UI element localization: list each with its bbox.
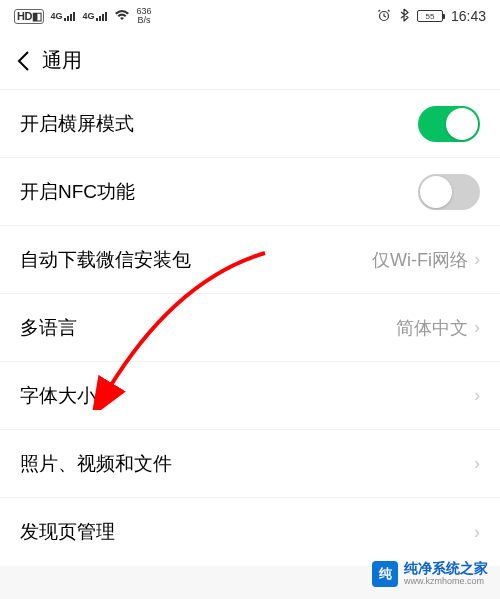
chevron-right-icon: › — [474, 453, 480, 474]
toggle-landscape[interactable] — [418, 106, 480, 142]
row-nfc[interactable]: 开启NFC功能 — [0, 158, 500, 226]
chevron-left-icon — [16, 50, 30, 72]
page-title: 通用 — [42, 47, 82, 74]
wifi-icon — [114, 8, 130, 24]
chevron-right-icon: › — [474, 249, 480, 270]
setting-label: 多语言 — [20, 315, 77, 341]
setting-right: › — [474, 522, 480, 543]
clock-time: 16:43 — [451, 8, 486, 24]
bluetooth-icon — [399, 8, 409, 25]
toggle-knob — [446, 108, 478, 140]
status-right: 55 16:43 — [377, 8, 486, 25]
setting-right: 简体中文 › — [396, 316, 480, 340]
row-font-size[interactable]: 字体大小 › — [0, 362, 500, 430]
row-media-files[interactable]: 照片、视频和文件 › — [0, 430, 500, 498]
setting-label: 照片、视频和文件 — [20, 451, 172, 477]
watermark-logo-icon: 纯 — [372, 561, 398, 587]
row-multi-language[interactable]: 多语言 简体中文 › — [0, 294, 500, 362]
setting-right: 仅Wi-Fi网络 › — [372, 248, 480, 272]
setting-label: 自动下载微信安装包 — [20, 247, 191, 273]
setting-right: › — [474, 385, 480, 406]
network-speed: 636 B/s — [136, 7, 151, 25]
setting-value: 仅Wi-Fi网络 — [372, 248, 468, 272]
toggle-nfc[interactable] — [418, 174, 480, 210]
battery-indicator: 55 — [417, 10, 443, 22]
chevron-right-icon: › — [474, 317, 480, 338]
hd-badge: HD◧ — [14, 9, 44, 24]
back-button[interactable] — [8, 42, 38, 80]
watermark-name: 纯净系统之家 — [404, 561, 488, 576]
setting-label: 开启横屏模式 — [20, 111, 134, 137]
status-left: HD◧ 4G 4G 636 B/s — [14, 7, 151, 25]
nav-bar: 通用 — [0, 32, 500, 90]
watermark: 纯 纯净系统之家 www.kzmhome.com — [372, 561, 488, 587]
watermark-url: www.kzmhome.com — [404, 577, 488, 587]
row-landscape-mode[interactable]: 开启横屏模式 — [0, 90, 500, 158]
setting-right: › — [474, 453, 480, 474]
setting-value: 简体中文 — [396, 316, 468, 340]
setting-label: 发现页管理 — [20, 519, 115, 545]
setting-label: 字体大小 — [20, 383, 96, 409]
row-auto-download[interactable]: 自动下载微信安装包 仅Wi-Fi网络 › — [0, 226, 500, 294]
signal-sim1: 4G — [50, 11, 76, 21]
status-bar: HD◧ 4G 4G 636 B/s 55 16:43 — [0, 0, 500, 32]
signal-sim2: 4G — [82, 11, 108, 21]
chevron-right-icon: › — [474, 522, 480, 543]
row-discover-management[interactable]: 发现页管理 › — [0, 498, 500, 566]
setting-label: 开启NFC功能 — [20, 179, 135, 205]
chevron-right-icon: › — [474, 385, 480, 406]
settings-list: 开启横屏模式 开启NFC功能 自动下载微信安装包 仅Wi-Fi网络 › 多语言 … — [0, 90, 500, 566]
toggle-knob — [420, 176, 452, 208]
alarm-icon — [377, 8, 391, 25]
